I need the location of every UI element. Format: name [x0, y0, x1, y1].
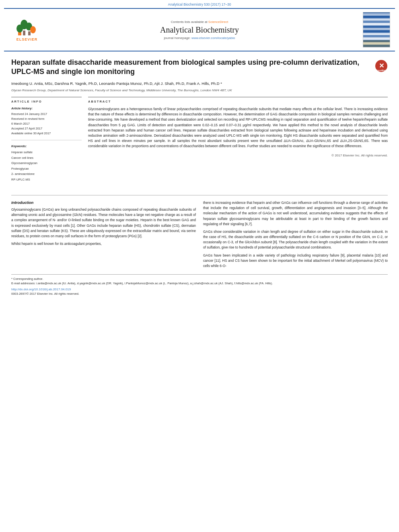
footer-copyright: 0003-2697/© 2017 Elsevier Inc. All right… — [11, 292, 388, 296]
accepted-date: Accepted 27 April 2017 — [11, 126, 82, 131]
body-right-column: there is increasing evidence that hepari… — [203, 200, 388, 271]
received-revised-label: Received in revised form — [11, 117, 82, 121]
citation-text: Analytical Biochemistry 530 (2017) 17–30 — [168, 2, 231, 6]
authors: Imeobong U. Antia, MSc, Darshna R. Yagni… — [11, 81, 388, 86]
two-column-section: ARTICLE INFO Article history: Received 2… — [11, 97, 388, 182]
svg-point-5 — [30, 26, 36, 33]
elsevier-logo: ELSEVIER — [16, 18, 38, 41]
received-revised-date: 6 March 2017 — [11, 121, 82, 126]
article-title-row: Heparan sulfate disaccharide measurement… — [11, 58, 388, 77]
keywords-section: Keywords: Heparan sulfate Cancer cell li… — [11, 144, 82, 182]
footnote-area: * Corresponding author. E-mail addresses… — [11, 274, 388, 296]
abstract-copyright: © 2017 Elsevier Inc. All rights reserved… — [88, 152, 388, 157]
article-info-label: ARTICLE INFO — [11, 100, 82, 103]
affiliation: Glycan Research Group, Department of Nat… — [11, 88, 388, 92]
divider — [11, 140, 82, 140]
abstract-column: ABSTRACT Glycosaminoglycans are a hetero… — [88, 97, 388, 182]
contents-available: Contents lists available at ScienceDirec… — [53, 20, 346, 24]
journal-header-left: ELSEVIER — [9, 18, 45, 41]
received-date: Received 24 January 2017 — [11, 112, 82, 117]
main-content: Heparan sulfate disaccharide measurement… — [0, 51, 399, 190]
available-date: Available online 30 April 2017 — [11, 131, 82, 136]
journal-thumbnail — [363, 12, 390, 47]
abstract-text: Glycosaminoglycans are a heterogeneous f… — [88, 107, 388, 149]
svg-text:✕: ✕ — [379, 62, 384, 69]
email-addresses: i.antia@mdx.ac.uk (IU. Antia), d.yagnik@… — [36, 281, 273, 285]
journal-header: ELSEVIER Contents lists available at Sci… — [4, 8, 395, 51]
body-right-p3: GAGs have been implicated in a wide vari… — [203, 253, 388, 269]
svg-rect-7 — [28, 31, 31, 35]
corresponding-author: * Corresponding author. — [11, 277, 388, 281]
keyword-3: Glycosaminoglycan — [11, 160, 82, 166]
doi-link[interactable]: http://dx.doi.org/10.1016/j.ab.2017.04.0… — [11, 288, 388, 291]
email-line: E-mail addresses: i.antia@mdx.ac.uk (IU.… — [11, 281, 388, 286]
journal-thumb-image — [363, 12, 390, 47]
section-divider — [11, 195, 388, 195]
keyword-2: Cancer cell lines — [11, 155, 82, 161]
page: Analytical Biochemistry 530 (2017) 17–30… — [0, 0, 399, 296]
keyword-5: 2- aminoacridone — [11, 171, 82, 177]
keywords-label: Keywords: — [11, 144, 82, 148]
abstract-label: ABSTRACT — [88, 100, 388, 103]
article-title-text: Heparan sulfate disaccharide measurement… — [11, 58, 375, 77]
journal-header-center: Contents lists available at ScienceDirec… — [45, 20, 354, 40]
body-left-column: Introduction Glyosaminoglycans (GAGs) ar… — [11, 200, 196, 271]
elsevier-tree-icon — [16, 18, 38, 37]
body-right-p2: GAGs show considerable variation in chai… — [203, 229, 388, 251]
crossmark-icon: ✕ CrossMark — [375, 60, 388, 72]
body-right-p1: there is increasing evidence that hepari… — [203, 200, 388, 227]
homepage-link[interactable]: www.elsevier.com/locate/yabio — [191, 36, 235, 40]
email-label: E-mail addresses: — [11, 281, 35, 285]
top-citation: Analytical Biochemistry 530 (2017) 17–30 — [0, 0, 399, 8]
svg-text:CrossMark: CrossMark — [376, 69, 387, 72]
journal-header-right — [354, 12, 390, 47]
elsevier-text: ELSEVIER — [16, 37, 38, 41]
body-left-p2: Whilst heparin is well known for its ant… — [11, 241, 196, 246]
svg-rect-6 — [23, 31, 25, 35]
crossmark-badge[interactable]: ✕ CrossMark — [375, 60, 388, 72]
keyword-1: Heparan sulfate — [11, 150, 82, 155]
intro-heading: Introduction — [11, 200, 196, 205]
doi-url[interactable]: http://dx.doi.org/10.1016/j.ab.2017.04.0… — [11, 288, 71, 291]
journal-title: Analytical Biochemistry — [53, 25, 346, 35]
body-columns: Introduction Glyosaminoglycans (GAGs) ar… — [0, 200, 399, 271]
journal-homepage: journal homepage: www.elsevier.com/locat… — [53, 36, 346, 40]
keyword-6: RP-UPLC-MS — [11, 177, 82, 183]
body-left-p1: Glyosaminoglycans (GAGs) are long unbran… — [11, 207, 196, 239]
article-info-column: ARTICLE INFO Article history: Received 2… — [11, 97, 82, 182]
history-label: Article history: — [11, 107, 82, 110]
sciencedirect-link[interactable]: ScienceDirect — [208, 20, 228, 24]
keyword-4: Proteoglycan — [11, 166, 82, 172]
article-history: Article history: Received 24 January 201… — [11, 107, 82, 136]
